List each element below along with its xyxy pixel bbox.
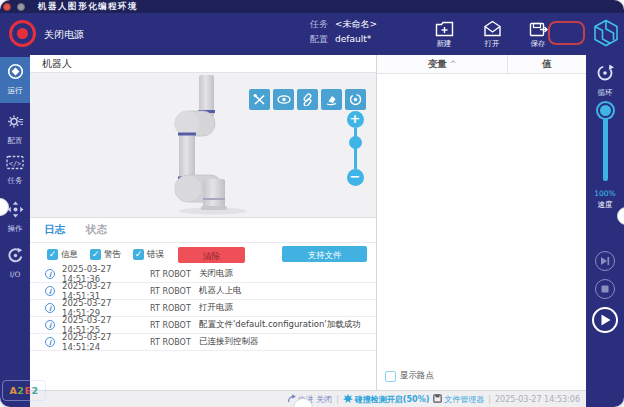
task-config-info: 任务<未命名> 配置default* bbox=[310, 17, 377, 47]
sidebar-item-task[interactable]: </> 任务 bbox=[0, 149, 30, 191]
filter-info-label: 信息 bbox=[61, 249, 78, 261]
sidebar-item-io[interactable]: I/O bbox=[0, 241, 30, 283]
new-task-button[interactable]: 新建 bbox=[421, 18, 467, 49]
estop-indicator bbox=[548, 21, 585, 45]
log-message: 机器人上电 bbox=[199, 285, 242, 297]
config-value: default* bbox=[335, 34, 371, 44]
log-tabs: 日志 状态 bbox=[30, 218, 376, 243]
left-sidebar: 运行 配置 </> 任务 操作 I/O A2E2 bbox=[0, 55, 30, 407]
brand-cube-icon bbox=[593, 19, 619, 51]
checked-checkbox-icon bbox=[133, 249, 144, 260]
clean-button[interactable] bbox=[321, 89, 342, 110]
file-manager-button[interactable]: 文件管理器 bbox=[433, 394, 484, 405]
log-source: RT ROBOT bbox=[150, 321, 192, 330]
open-task-label: 打开 bbox=[469, 39, 515, 49]
log-source: RT ROBOT bbox=[150, 338, 192, 347]
tools-button[interactable] bbox=[249, 89, 270, 110]
gear-icon bbox=[7, 115, 24, 134]
support-files-button[interactable]: 支持文件 bbox=[282, 246, 367, 262]
transport-controls bbox=[586, 251, 624, 333]
filter-info[interactable]: 信息 bbox=[47, 249, 78, 261]
record-dot-icon bbox=[17, 28, 28, 39]
window-minimize-button[interactable] bbox=[17, 3, 25, 11]
log-row: i 2025-03-27 14:51:24 RT ROBOT 已连接到控制器 bbox=[30, 334, 376, 351]
info-icon: i bbox=[45, 337, 55, 347]
stop-button[interactable] bbox=[595, 279, 615, 299]
new-task-label: 新建 bbox=[421, 39, 467, 49]
log-message: 打开电源 bbox=[199, 302, 233, 314]
frames-button[interactable] bbox=[297, 89, 318, 110]
open-task-button[interactable]: 打开 bbox=[469, 18, 515, 49]
sidebar-item-label: 任务 bbox=[0, 176, 30, 186]
window-close-button[interactable] bbox=[3, 3, 11, 11]
view-toolbar bbox=[249, 89, 366, 110]
info-icon: i bbox=[45, 303, 55, 313]
log-source: RT ROBOT bbox=[150, 304, 192, 313]
filter-warning-label: 警告 bbox=[104, 249, 121, 261]
sort-caret-icon: ^ bbox=[450, 60, 457, 69]
info-icon: i bbox=[45, 286, 55, 296]
loop-mode-button[interactable]: 循环 bbox=[586, 55, 624, 98]
window-title: 机器人图形化编程环境 bbox=[38, 1, 138, 13]
play-button[interactable] bbox=[592, 307, 618, 333]
variables-value-header: 值 bbox=[508, 55, 586, 73]
target-button[interactable] bbox=[345, 89, 366, 110]
speed-slider-handle[interactable] bbox=[598, 103, 613, 118]
svg-text:</>: </> bbox=[9, 160, 22, 168]
move-arrows-icon bbox=[7, 203, 24, 222]
speed-slider: 100% 速度 bbox=[586, 105, 624, 210]
visibility-eye-button[interactable] bbox=[273, 89, 294, 110]
task-label: 任务 bbox=[310, 19, 328, 29]
show-waypoints-toggle[interactable]: 显示路点 bbox=[385, 370, 434, 382]
robot-3d-view[interactable]: + − bbox=[30, 73, 376, 217]
config-label: 配置 bbox=[310, 34, 328, 44]
filter-error[interactable]: 错误 bbox=[133, 249, 164, 261]
code-window-icon: </> bbox=[6, 155, 24, 174]
collision-detection-toggle[interactable]: 碰撞检测开启(50%) bbox=[343, 394, 429, 405]
logo-char: 2 bbox=[17, 385, 24, 396]
info-icon: i bbox=[45, 269, 55, 279]
log-message: 已连接到控制器 bbox=[199, 336, 259, 348]
variables-panel: 变量^ 值 显示路点 bbox=[377, 55, 586, 390]
log-message: 关闭电源 bbox=[199, 268, 233, 280]
run-icon bbox=[7, 65, 24, 84]
checked-checkbox-icon bbox=[47, 249, 58, 260]
zoom-out-button[interactable]: − bbox=[347, 169, 364, 186]
sidebar-item-label: 配置 bbox=[0, 136, 30, 146]
speed-slider-track[interactable] bbox=[603, 105, 608, 181]
log-message: 配置文件'default.configuration'加载成功 bbox=[199, 319, 361, 331]
variables-name-label: 变量 bbox=[428, 58, 447, 69]
tab-status[interactable]: 状态 bbox=[86, 223, 107, 237]
show-waypoints-label: 显示路点 bbox=[400, 370, 434, 382]
sidebar-item-label: I/O bbox=[0, 270, 30, 279]
robot-panel-title: 机器人 bbox=[30, 55, 376, 73]
app-window: 机器人图形化编程环境 关闭电源 任务<未命名> 配置default* 新建 打开… bbox=[0, 0, 624, 407]
logo-char: A bbox=[9, 385, 17, 396]
step-next-button[interactable] bbox=[595, 251, 615, 271]
title-bar: 机器人图形化编程环境 bbox=[0, 0, 624, 13]
tab-log[interactable]: 日志 bbox=[44, 223, 65, 237]
variables-name-header[interactable]: 变量^ bbox=[377, 55, 508, 73]
unchecked-checkbox-icon bbox=[385, 371, 396, 382]
power-button[interactable] bbox=[9, 20, 36, 47]
task-value: <未命名> bbox=[335, 19, 377, 29]
zoom-slider-handle[interactable] bbox=[349, 136, 362, 149]
log-filters: 信息 警告 错误 清除 支持文件 bbox=[30, 243, 376, 266]
speed-label: 速度 bbox=[598, 200, 613, 210]
clear-log-button[interactable]: 清除 bbox=[178, 247, 245, 263]
sidebar-item-label: 运行 bbox=[0, 86, 30, 96]
status-separator: | bbox=[488, 395, 491, 404]
zoom-in-button[interactable]: + bbox=[347, 111, 364, 128]
status-timestamp: 2025-03-27 14:53:06 bbox=[495, 395, 580, 404]
sidebar-item-run[interactable]: 运行 bbox=[0, 57, 30, 103]
zoom-slider-track[interactable] bbox=[354, 128, 357, 169]
sidebar-item-config[interactable]: 配置 bbox=[0, 107, 30, 149]
info-icon: i bbox=[45, 320, 55, 330]
header-bar: 关闭电源 任务<未命名> 配置default* 新建 打开 保存 bbox=[0, 13, 624, 55]
main-content: 机器人 bbox=[30, 55, 377, 390]
filter-warning[interactable]: 警告 bbox=[90, 249, 121, 261]
zoom-control: + − bbox=[346, 111, 364, 186]
loop-label: 循环 bbox=[586, 88, 624, 98]
filter-error-label: 错误 bbox=[147, 249, 164, 261]
file-manager-text: 文件管理器 bbox=[444, 394, 484, 405]
